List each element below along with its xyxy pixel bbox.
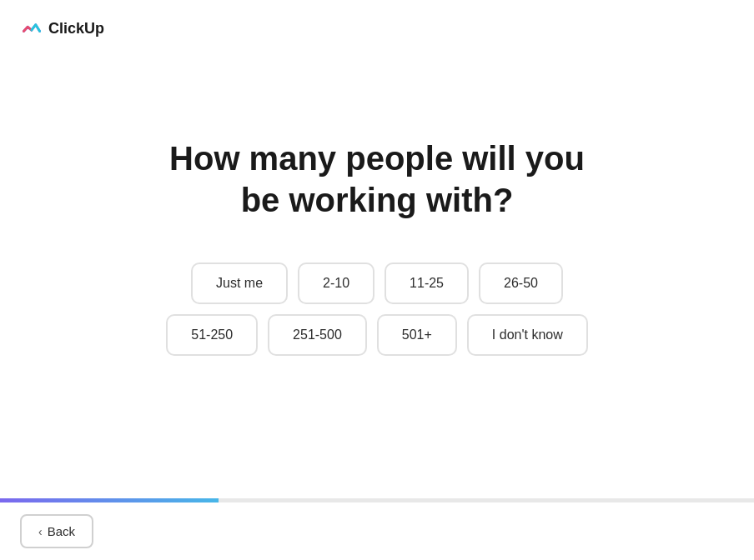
option-11-25[interactable]: 11-25 bbox=[385, 262, 469, 304]
clickup-logo-icon bbox=[20, 17, 43, 40]
chevron-left-icon: ‹ bbox=[38, 525, 43, 538]
logo: ClickUp bbox=[20, 17, 104, 40]
option-51-250[interactable]: 51-250 bbox=[166, 314, 258, 356]
question-title: How many people will you be working with… bbox=[169, 138, 585, 221]
options-row-1: Just me 2-10 11-25 26-50 bbox=[191, 262, 563, 304]
main-content: How many people will you be working with… bbox=[0, 0, 754, 560]
back-button[interactable]: ‹ Back bbox=[20, 514, 93, 548]
option-dont-know[interactable]: I don't know bbox=[467, 314, 588, 356]
options-container: Just me 2-10 11-25 26-50 51-250 251-500 … bbox=[166, 262, 587, 356]
options-row-2: 51-250 251-500 501+ I don't know bbox=[166, 314, 587, 356]
option-251-500[interactable]: 251-500 bbox=[268, 314, 367, 356]
option-2-10[interactable]: 2-10 bbox=[298, 262, 374, 304]
back-button-label: Back bbox=[48, 524, 75, 538]
bottom-bar: ‹ Back bbox=[0, 498, 754, 560]
option-just-me[interactable]: Just me bbox=[191, 262, 288, 304]
logo-text: ClickUp bbox=[48, 20, 104, 38]
bottom-actions: ‹ Back bbox=[0, 502, 754, 560]
option-26-50[interactable]: 26-50 bbox=[479, 262, 563, 304]
option-501-plus[interactable]: 501+ bbox=[377, 314, 457, 356]
